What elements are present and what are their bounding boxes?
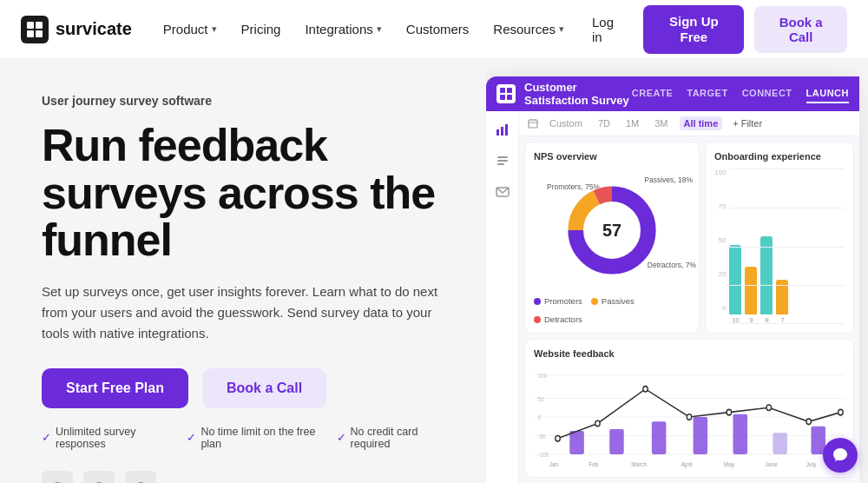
logo-icon bbox=[21, 16, 49, 43]
partner-logos: G G G bbox=[42, 471, 444, 483]
svg-text:57: 57 bbox=[602, 220, 621, 239]
filter-3m[interactable]: 3M bbox=[650, 116, 672, 130]
tab-target[interactable]: TARGET bbox=[687, 84, 727, 103]
svg-rect-9 bbox=[501, 127, 503, 136]
hero-description: Set up surveys once, get user insights f… bbox=[42, 281, 444, 344]
svg-point-48 bbox=[806, 419, 812, 424]
filter-add-button[interactable]: + Filter bbox=[733, 118, 762, 129]
check-icon: ✓ bbox=[42, 431, 51, 444]
sidebar-email-icon[interactable] bbox=[493, 182, 512, 202]
svg-text:April: April bbox=[681, 460, 693, 468]
calendar-icon bbox=[528, 118, 538, 129]
y-label-0: 0 bbox=[722, 304, 726, 312]
svg-text:-100: -100 bbox=[538, 452, 549, 459]
svg-rect-6 bbox=[500, 95, 505, 100]
nav-pricing[interactable]: Pricing bbox=[231, 15, 292, 43]
svg-rect-0 bbox=[27, 22, 34, 29]
y-label-50: 50 bbox=[718, 236, 726, 244]
svg-rect-3 bbox=[36, 30, 43, 37]
svg-rect-37 bbox=[652, 421, 667, 454]
logo[interactable]: survicate bbox=[21, 16, 132, 43]
tab-launch[interactable]: LAUNCH bbox=[806, 84, 849, 103]
chevron-down-icon: ▾ bbox=[212, 23, 217, 35]
svg-rect-38 bbox=[694, 417, 708, 454]
book-call-button[interactable]: Book a Call bbox=[202, 368, 326, 408]
filter-1m[interactable]: 1M bbox=[621, 116, 643, 130]
svg-rect-15 bbox=[529, 120, 537, 128]
nps-chart-title: NPS overview bbox=[534, 151, 690, 162]
signup-button[interactable]: Sign Up Free bbox=[643, 5, 744, 54]
dashboard-panel: Customer Satisfaction Survey CREATE TARG… bbox=[486, 76, 859, 483]
bar-2 bbox=[745, 267, 757, 314]
svg-rect-8 bbox=[496, 129, 499, 136]
svg-rect-39 bbox=[733, 414, 747, 454]
plus-icon: + bbox=[733, 118, 738, 129]
dashboard-logo-icon bbox=[496, 84, 516, 103]
svg-text:July: July bbox=[806, 460, 817, 468]
svg-rect-10 bbox=[505, 124, 508, 136]
nav-product[interactable]: Product ▾ bbox=[153, 15, 227, 43]
svg-text:May: May bbox=[724, 460, 735, 468]
partner-logo-2: G bbox=[83, 471, 115, 483]
trust-item-1: ✓ Unlimited survey responses bbox=[42, 426, 169, 450]
svg-point-47 bbox=[766, 405, 772, 410]
nav-customers[interactable]: Customers bbox=[396, 15, 480, 43]
svg-text:100: 100 bbox=[538, 372, 548, 379]
svg-text:50: 50 bbox=[538, 395, 544, 402]
svg-rect-7 bbox=[507, 95, 512, 100]
bar-1 bbox=[729, 245, 741, 314]
hero-title: Run feedback surveys across the funnel bbox=[42, 122, 444, 264]
logo-text: survicate bbox=[56, 19, 132, 39]
sidebar-list-icon[interactable] bbox=[493, 151, 512, 170]
svg-rect-11 bbox=[497, 156, 508, 158]
svg-point-49 bbox=[838, 409, 844, 414]
svg-text:March: March bbox=[631, 460, 647, 467]
nav-resources[interactable]: Resources ▾ bbox=[483, 15, 575, 43]
partner-logo-3: G bbox=[125, 471, 156, 483]
y-label-75: 75 bbox=[718, 202, 726, 210]
trust-label-2: No time limit on the free plan bbox=[201, 426, 319, 450]
filter-7d[interactable]: 7D bbox=[594, 116, 615, 130]
start-free-plan-button[interactable]: Start Free Plan bbox=[42, 368, 188, 408]
filter-custom[interactable]: Custom bbox=[545, 116, 587, 130]
nps-donut-chart: 57 bbox=[564, 182, 660, 278]
dashboard-sidebar bbox=[486, 111, 519, 483]
svg-text:0: 0 bbox=[538, 414, 542, 421]
svg-text:Jan: Jan bbox=[549, 460, 558, 467]
nav-integrations[interactable]: Integrations ▾ bbox=[294, 15, 391, 43]
nav-items: Product ▾ Pricing Integrations ▾ Custome… bbox=[153, 15, 575, 43]
y-label-25: 25 bbox=[718, 270, 726, 278]
check-icon: ✓ bbox=[187, 431, 196, 444]
dashboard-body: Custom 7D 1M 3M All time + Filter bbox=[486, 111, 859, 483]
legend-passives: Passives bbox=[591, 296, 635, 306]
legend-detractors: Detractors bbox=[534, 314, 582, 324]
charts-area: NPS overview Promoters, 75% Passives, 18… bbox=[519, 136, 859, 483]
svg-rect-1 bbox=[36, 22, 43, 29]
legend-promoters: Promoters bbox=[534, 296, 582, 306]
svg-point-46 bbox=[727, 409, 732, 414]
website-feedback-chart: 100 50 0 -50 -100 bbox=[534, 366, 845, 468]
dashboard-tabs: CREATE TARGET CONNECT LAUNCH bbox=[632, 84, 849, 103]
svg-rect-12 bbox=[497, 160, 508, 162]
line-chart-area: 100 50 0 -50 -100 bbox=[534, 366, 845, 468]
tab-create[interactable]: CREATE bbox=[632, 84, 673, 103]
chat-bubble-button[interactable] bbox=[823, 438, 858, 473]
main-content: User journey survey software Run feedbac… bbox=[0, 59, 868, 483]
svg-rect-2 bbox=[27, 30, 34, 37]
onboarding-chart-title: Onboarding experience bbox=[714, 151, 845, 162]
filter-alltime[interactable]: All time bbox=[680, 116, 723, 130]
sidebar-chart-icon[interactable] bbox=[493, 120, 512, 139]
tab-connect[interactable]: CONNECT bbox=[742, 84, 792, 103]
nav-book-call-button[interactable]: Book a Call bbox=[754, 6, 847, 53]
trust-item-2: ✓ No time limit on the free plan bbox=[187, 426, 319, 450]
trust-item-3: ✓ No credit card required bbox=[337, 426, 444, 450]
svg-text:-50: -50 bbox=[538, 433, 546, 440]
hero-tagline: User journey survey software bbox=[42, 94, 444, 108]
filter-label: Filter bbox=[741, 118, 762, 129]
chat-icon bbox=[832, 447, 849, 464]
svg-point-43 bbox=[595, 420, 601, 426]
feedback-chart-card: Website feedback bbox=[524, 339, 854, 478]
partner-logo-1: G bbox=[42, 471, 73, 483]
login-button[interactable]: Log in bbox=[582, 8, 633, 51]
hero-section: User journey survey software Run feedbac… bbox=[0, 59, 486, 483]
